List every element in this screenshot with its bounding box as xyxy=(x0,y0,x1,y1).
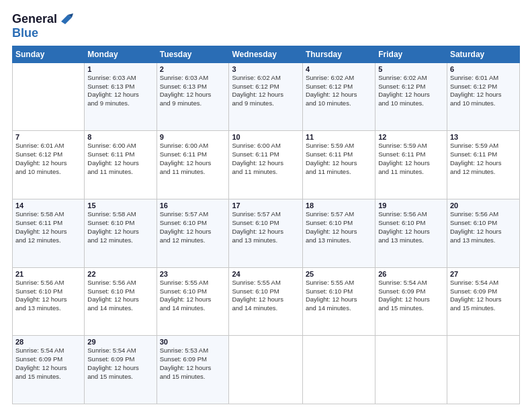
calendar-cell: 4Sunrise: 6:02 AM Sunset: 6:12 PM Daylig… xyxy=(302,62,375,131)
calendar-cell: 10Sunrise: 6:00 AM Sunset: 6:11 PM Dayli… xyxy=(229,131,302,199)
calendar-cell: 1Sunrise: 6:03 AM Sunset: 6:13 PM Daylig… xyxy=(85,62,157,131)
calendar-cell xyxy=(229,336,302,404)
day-number: 2 xyxy=(160,65,226,73)
day-number: 1 xyxy=(87,65,153,73)
calendar-cell: 13Sunrise: 5:59 AM Sunset: 6:11 PM Dayli… xyxy=(447,131,519,199)
calendar-cell: 12Sunrise: 5:59 AM Sunset: 6:11 PM Dayli… xyxy=(375,131,447,199)
calendar-cell: 28Sunrise: 5:54 AM Sunset: 6:09 PM Dayli… xyxy=(13,336,85,404)
calendar-table: Sunday Monday Tuesday Wednesday Thursday… xyxy=(12,46,520,404)
header-wednesday: Wednesday xyxy=(229,46,302,62)
header-monday: Monday xyxy=(85,46,157,62)
calendar-cell: 27Sunrise: 5:54 AM Sunset: 6:09 PM Dayli… xyxy=(447,267,519,336)
day-number: 19 xyxy=(378,201,444,210)
calendar-cell: 26Sunrise: 5:54 AM Sunset: 6:09 PM Dayli… xyxy=(375,267,447,336)
day-number: 4 xyxy=(306,65,372,73)
day-number: 28 xyxy=(15,338,81,346)
day-number: 22 xyxy=(87,270,153,278)
day-number: 7 xyxy=(15,133,81,141)
day-info: Sunrise: 6:01 AM Sunset: 6:12 PM Dayligh… xyxy=(15,142,81,176)
day-info: Sunrise: 6:02 AM Sunset: 6:12 PM Dayligh… xyxy=(232,74,299,108)
calendar-week-row: 14Sunrise: 5:58 AM Sunset: 6:11 PM Dayli… xyxy=(13,199,520,268)
day-info: Sunrise: 6:03 AM Sunset: 6:13 PM Dayligh… xyxy=(160,74,226,108)
day-number: 15 xyxy=(87,201,153,210)
calendar-cell: 20Sunrise: 5:56 AM Sunset: 6:10 PM Dayli… xyxy=(447,199,519,268)
day-info: Sunrise: 5:55 AM Sunset: 6:10 PM Dayligh… xyxy=(232,279,299,313)
header-tuesday: Tuesday xyxy=(157,46,229,62)
weekday-header-row: Sunday Monday Tuesday Wednesday Thursday… xyxy=(13,46,520,62)
calendar-week-row: 28Sunrise: 5:54 AM Sunset: 6:09 PM Dayli… xyxy=(13,336,520,404)
calendar-week-row: 7Sunrise: 6:01 AM Sunset: 6:12 PM Daylig… xyxy=(13,131,520,199)
day-info: Sunrise: 6:02 AM Sunset: 6:12 PM Dayligh… xyxy=(378,74,444,108)
calendar-cell: 22Sunrise: 5:56 AM Sunset: 6:10 PM Dayli… xyxy=(85,267,157,336)
calendar-cell: 30Sunrise: 5:53 AM Sunset: 6:09 PM Dayli… xyxy=(157,336,229,404)
day-info: Sunrise: 5:58 AM Sunset: 6:11 PM Dayligh… xyxy=(15,210,81,244)
day-number: 26 xyxy=(378,270,444,278)
calendar-cell: 6Sunrise: 6:01 AM Sunset: 6:12 PM Daylig… xyxy=(447,62,519,131)
day-info: Sunrise: 5:57 AM Sunset: 6:10 PM Dayligh… xyxy=(306,210,372,244)
calendar-cell: 29Sunrise: 5:54 AM Sunset: 6:09 PM Dayli… xyxy=(85,336,157,404)
day-number: 21 xyxy=(15,270,81,278)
day-info: Sunrise: 5:59 AM Sunset: 6:11 PM Dayligh… xyxy=(306,142,372,176)
calendar-cell xyxy=(13,62,85,131)
day-info: Sunrise: 5:55 AM Sunset: 6:10 PM Dayligh… xyxy=(306,279,372,313)
header-sunday: Sunday xyxy=(13,46,85,62)
day-number: 30 xyxy=(160,338,226,346)
day-info: Sunrise: 5:53 AM Sunset: 6:09 PM Dayligh… xyxy=(160,347,226,381)
day-info: Sunrise: 5:56 AM Sunset: 6:10 PM Dayligh… xyxy=(87,279,153,313)
day-number: 5 xyxy=(378,65,444,73)
day-info: Sunrise: 5:59 AM Sunset: 6:11 PM Dayligh… xyxy=(450,142,517,176)
calendar-cell: 5Sunrise: 6:02 AM Sunset: 6:12 PM Daylig… xyxy=(375,62,447,131)
day-info: Sunrise: 6:02 AM Sunset: 6:12 PM Dayligh… xyxy=(306,74,372,108)
day-info: Sunrise: 6:01 AM Sunset: 6:12 PM Dayligh… xyxy=(450,74,517,108)
day-number: 10 xyxy=(232,133,299,141)
day-info: Sunrise: 5:56 AM Sunset: 6:10 PM Dayligh… xyxy=(450,210,517,244)
calendar-cell: 24Sunrise: 5:55 AM Sunset: 6:10 PM Dayli… xyxy=(229,267,302,336)
day-info: Sunrise: 5:54 AM Sunset: 6:09 PM Dayligh… xyxy=(450,279,517,313)
calendar-cell: 3Sunrise: 6:02 AM Sunset: 6:12 PM Daylig… xyxy=(229,62,302,131)
day-info: Sunrise: 5:54 AM Sunset: 6:09 PM Dayligh… xyxy=(378,279,444,313)
calendar-cell: 14Sunrise: 5:58 AM Sunset: 6:11 PM Dayli… xyxy=(13,199,85,268)
day-number: 9 xyxy=(160,133,226,141)
day-info: Sunrise: 5:56 AM Sunset: 6:10 PM Dayligh… xyxy=(15,279,81,313)
calendar-cell xyxy=(447,336,519,404)
calendar-cell: 19Sunrise: 5:56 AM Sunset: 6:10 PM Dayli… xyxy=(375,199,447,268)
day-info: Sunrise: 5:54 AM Sunset: 6:09 PM Dayligh… xyxy=(15,347,81,381)
day-info: Sunrise: 5:59 AM Sunset: 6:11 PM Dayligh… xyxy=(378,142,444,176)
calendar-cell: 11Sunrise: 5:59 AM Sunset: 6:11 PM Dayli… xyxy=(302,131,375,199)
day-number: 29 xyxy=(87,338,153,346)
calendar-cell xyxy=(375,336,447,404)
day-info: Sunrise: 6:03 AM Sunset: 6:13 PM Dayligh… xyxy=(87,74,153,108)
calendar-cell: 17Sunrise: 5:57 AM Sunset: 6:10 PM Dayli… xyxy=(229,199,302,268)
day-number: 13 xyxy=(450,133,517,141)
calendar-week-row: 1Sunrise: 6:03 AM Sunset: 6:13 PM Daylig… xyxy=(13,62,520,131)
calendar-cell: 18Sunrise: 5:57 AM Sunset: 6:10 PM Dayli… xyxy=(302,199,375,268)
day-number: 12 xyxy=(378,133,444,141)
calendar-cell: 9Sunrise: 6:00 AM Sunset: 6:11 PM Daylig… xyxy=(157,131,229,199)
day-number: 14 xyxy=(15,201,81,210)
calendar-cell: 7Sunrise: 6:01 AM Sunset: 6:12 PM Daylig… xyxy=(13,131,85,199)
day-info: Sunrise: 6:00 AM Sunset: 6:11 PM Dayligh… xyxy=(232,142,299,176)
logo-text: General xyxy=(12,13,57,26)
day-info: Sunrise: 5:57 AM Sunset: 6:10 PM Dayligh… xyxy=(160,210,226,244)
day-number: 24 xyxy=(232,270,299,278)
day-info: Sunrise: 6:00 AM Sunset: 6:11 PM Dayligh… xyxy=(87,142,153,176)
day-info: Sunrise: 5:54 AM Sunset: 6:09 PM Dayligh… xyxy=(87,347,153,381)
logo: General Blue xyxy=(12,12,73,40)
day-info: Sunrise: 5:58 AM Sunset: 6:10 PM Dayligh… xyxy=(87,210,153,244)
day-number: 23 xyxy=(160,270,226,278)
calendar-cell: 8Sunrise: 6:00 AM Sunset: 6:11 PM Daylig… xyxy=(85,131,157,199)
header-thursday: Thursday xyxy=(302,46,375,62)
day-info: Sunrise: 5:56 AM Sunset: 6:10 PM Dayligh… xyxy=(378,210,444,244)
calendar-cell: 15Sunrise: 5:58 AM Sunset: 6:10 PM Dayli… xyxy=(85,199,157,268)
day-number: 3 xyxy=(232,65,299,73)
day-number: 20 xyxy=(450,201,517,210)
day-number: 16 xyxy=(160,201,226,210)
calendar-cell: 16Sunrise: 5:57 AM Sunset: 6:10 PM Dayli… xyxy=(157,199,229,268)
calendar-cell: 23Sunrise: 5:55 AM Sunset: 6:10 PM Dayli… xyxy=(157,267,229,336)
day-number: 8 xyxy=(87,133,153,141)
calendar-week-row: 21Sunrise: 5:56 AM Sunset: 6:10 PM Dayli… xyxy=(13,267,520,336)
header-saturday: Saturday xyxy=(447,46,519,62)
calendar-cell: 2Sunrise: 6:03 AM Sunset: 6:13 PM Daylig… xyxy=(157,62,229,131)
day-number: 11 xyxy=(306,133,372,141)
day-info: Sunrise: 5:57 AM Sunset: 6:10 PM Dayligh… xyxy=(232,210,299,244)
